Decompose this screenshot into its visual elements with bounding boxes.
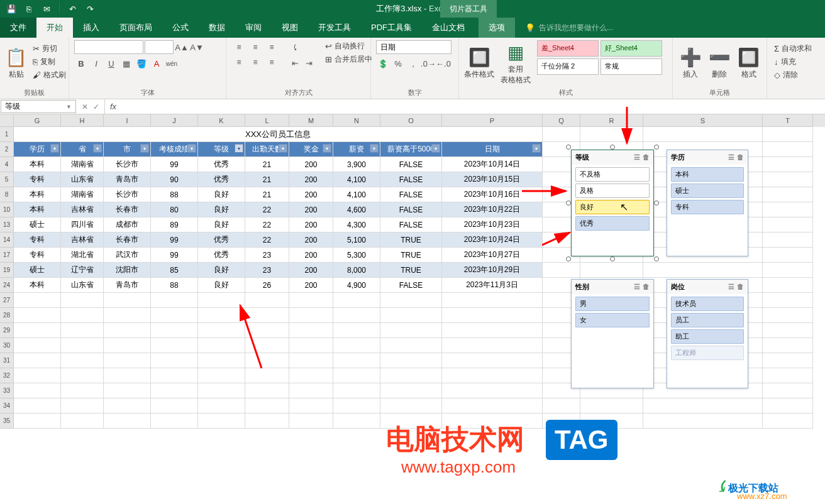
style-good[interactable]: 好_Sheet4 bbox=[601, 40, 662, 57]
row-header[interactable]: 34 bbox=[0, 398, 14, 414]
table-cell[interactable]: 85 bbox=[151, 263, 198, 278]
table-cell[interactable]: 200 bbox=[289, 233, 333, 248]
filter-icon[interactable]: ▾ bbox=[370, 144, 379, 153]
table-header[interactable]: 等级▾ bbox=[198, 142, 245, 157]
slicer-item[interactable]: 男 bbox=[575, 297, 650, 311]
cell[interactable] bbox=[151, 383, 198, 398]
cell[interactable] bbox=[198, 398, 245, 414]
col-header-R[interactable]: R bbox=[580, 114, 643, 127]
align-center-icon[interactable]: ≡ bbox=[248, 55, 263, 69]
col-header-O[interactable]: O bbox=[380, 114, 442, 127]
cell[interactable] bbox=[763, 353, 813, 368]
cell[interactable] bbox=[245, 368, 289, 383]
fx-icon[interactable]: fx bbox=[105, 99, 121, 114]
qat-btn-2[interactable]: ⎘ bbox=[21, 2, 36, 16]
cell[interactable] bbox=[442, 323, 543, 338]
cell[interactable] bbox=[14, 414, 61, 429]
row-header[interactable]: 27 bbox=[0, 293, 14, 308]
table-cell[interactable]: TRUE bbox=[380, 263, 442, 278]
slicer-item[interactable]: 技术员 bbox=[671, 297, 744, 311]
insert-cells-button[interactable]: ➕插入 bbox=[678, 40, 703, 87]
increase-decimal-icon[interactable]: .0→ bbox=[421, 57, 435, 70]
cell[interactable] bbox=[198, 353, 245, 368]
align-bottom-icon[interactable]: ≡ bbox=[264, 40, 279, 54]
cell[interactable] bbox=[289, 353, 333, 368]
table-cell[interactable]: 5,100 bbox=[333, 233, 380, 248]
table-cell[interactable]: 2023年10月16日 bbox=[442, 187, 543, 202]
table-header[interactable]: 薪资高于5000▾ bbox=[380, 142, 442, 157]
table-cell[interactable]: 良好 bbox=[198, 278, 245, 293]
table-cell[interactable]: 21 bbox=[245, 157, 289, 172]
cell[interactable] bbox=[61, 323, 104, 338]
tab-slicer-options[interactable]: 选项 bbox=[479, 18, 515, 38]
cell[interactable] bbox=[763, 293, 813, 308]
currency-icon[interactable]: 💲 bbox=[376, 57, 390, 70]
delete-cells-button[interactable]: ➖删除 bbox=[707, 40, 732, 87]
paste-button[interactable]: 📋粘贴 bbox=[5, 40, 27, 87]
table-cell[interactable]: 5,300 bbox=[333, 248, 380, 263]
row-header[interactable]: 31 bbox=[0, 353, 14, 368]
cell[interactable] bbox=[333, 398, 380, 414]
table-cell[interactable]: 良好 bbox=[198, 202, 245, 217]
indent-increase-icon[interactable]: ⇥ bbox=[302, 56, 316, 70]
table-cell[interactable]: FALSE bbox=[380, 187, 442, 202]
cell[interactable] bbox=[104, 308, 151, 323]
table-cell[interactable]: 湖南省 bbox=[61, 187, 104, 202]
table-cell[interactable]: 23 bbox=[245, 248, 289, 263]
table-cell[interactable]: 山东省 bbox=[61, 172, 104, 187]
cell[interactable] bbox=[198, 308, 245, 323]
cell[interactable] bbox=[14, 323, 61, 338]
cell[interactable] bbox=[151, 338, 198, 353]
slicer-post[interactable]: 岗位☰🗑 技术员员工助工工程师 bbox=[667, 279, 748, 388]
table-cell[interactable]: 四川省 bbox=[61, 217, 104, 233]
cell[interactable] bbox=[61, 293, 104, 308]
table-cell[interactable]: 4,300 bbox=[333, 217, 380, 233]
multiselect-icon[interactable]: ☰ bbox=[634, 153, 640, 162]
cell[interactable] bbox=[14, 338, 61, 353]
cell[interactable] bbox=[104, 383, 151, 398]
slicer-item[interactable]: 良好 bbox=[575, 200, 650, 214]
table-cell[interactable]: 山东省 bbox=[61, 278, 104, 293]
cell[interactable] bbox=[14, 398, 61, 414]
cell[interactable] bbox=[151, 368, 198, 383]
col-header-Q[interactable]: Q bbox=[543, 114, 580, 127]
cell[interactable] bbox=[245, 353, 289, 368]
cell[interactable] bbox=[104, 353, 151, 368]
cell[interactable] bbox=[245, 308, 289, 323]
cell[interactable] bbox=[151, 353, 198, 368]
fill-color-button[interactable]: 🪣 bbox=[135, 57, 148, 70]
tab-formulas[interactable]: 公式 bbox=[162, 18, 199, 38]
cell[interactable] bbox=[14, 353, 61, 368]
cell[interactable] bbox=[104, 414, 151, 429]
tab-insert[interactable]: 插入 bbox=[73, 18, 109, 38]
filter-icon[interactable]: ▾ bbox=[431, 144, 440, 153]
table-cell[interactable]: 长沙市 bbox=[104, 187, 151, 202]
table-header[interactable]: 奖金▾ bbox=[289, 142, 333, 157]
table-cell[interactable]: TRUE bbox=[380, 233, 442, 248]
row-header[interactable]: 29 bbox=[0, 323, 14, 338]
tab-layout[interactable]: 页面布局 bbox=[109, 18, 162, 38]
clear-filter-icon[interactable]: 🗑 bbox=[643, 153, 650, 162]
table-cell[interactable]: 2023年10月22日 bbox=[442, 202, 543, 217]
row-header[interactable]: 1 bbox=[0, 127, 14, 142]
table-cell[interactable]: 22 bbox=[245, 233, 289, 248]
cell[interactable] bbox=[763, 398, 813, 414]
cell[interactable] bbox=[289, 383, 333, 398]
slicer-item[interactable]: 专科 bbox=[671, 200, 744, 214]
slicer-grade[interactable]: 等级☰🗑 不及格及格良好优秀 bbox=[571, 150, 654, 256]
indent-decrease-icon[interactable]: ⇤ bbox=[288, 56, 302, 70]
table-cell[interactable]: 22 bbox=[245, 202, 289, 217]
row-header[interactable]: 30 bbox=[0, 338, 14, 353]
format-as-table-button[interactable]: ▦套用 表格格式 bbox=[498, 40, 533, 87]
cell[interactable] bbox=[104, 323, 151, 338]
cell[interactable] bbox=[151, 308, 198, 323]
align-right-icon[interactable]: ≡ bbox=[264, 55, 279, 69]
table-cell[interactable]: 88 bbox=[151, 278, 198, 293]
fill-button[interactable]: ↓填充 bbox=[772, 56, 814, 68]
table-header[interactable]: 省▾ bbox=[61, 142, 104, 157]
table-cell[interactable]: 青岛市 bbox=[104, 278, 151, 293]
table-cell[interactable]: 长春市 bbox=[104, 233, 151, 248]
cell[interactable] bbox=[61, 338, 104, 353]
cell[interactable] bbox=[198, 323, 245, 338]
table-cell[interactable]: 4,100 bbox=[333, 172, 380, 187]
